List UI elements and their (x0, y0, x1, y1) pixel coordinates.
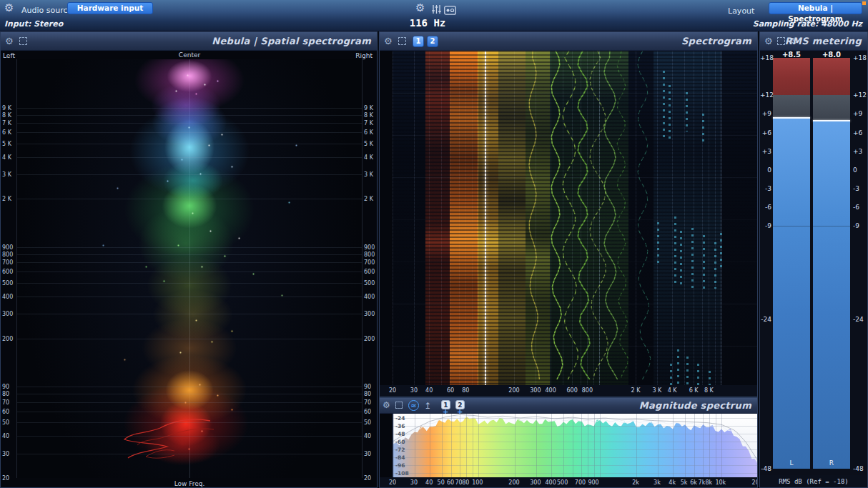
spatial-freq-tick-right: 90 (364, 384, 378, 390)
spatial-plot[interactable] (16, 59, 363, 478)
spectrogram-dash-streak (670, 364, 672, 385)
grid-line (721, 414, 722, 477)
spatial-expand-icon[interactable] (19, 37, 27, 45)
peak-hold-icon[interactable]: ↥ (424, 402, 431, 410)
rms-scale-tick-left: +12 (760, 91, 771, 99)
spatial-freq-tick-right: 4 K (364, 154, 378, 161)
spatial-freq-tick-right: 20 (364, 475, 378, 482)
magnitude-db-tick: -60 (395, 439, 405, 445)
spatial-freq-tick-left: 400 (2, 294, 16, 300)
rms-scale-tick-right: +12 (853, 91, 867, 99)
magnitude-db-tick: -84 (395, 454, 405, 461)
spectrogram-plot[interactable] (393, 51, 757, 385)
rms-level-bar (813, 121, 850, 469)
grid-line (658, 414, 659, 477)
rms-scale-tick-right: -3 (853, 185, 867, 192)
spatial-freq-tick-right: 900 (364, 244, 378, 251)
rms-expand-icon[interactable] (777, 37, 785, 45)
io-meter-icon[interactable] (444, 4, 456, 18)
spatial-freq-tick-left: 2 K (2, 196, 16, 202)
spectrogram-freq-tick: 800 (582, 387, 593, 394)
magnitude-freq-tick: 80 (462, 479, 469, 486)
grid-line (393, 434, 757, 434)
rms-meter-left (773, 58, 810, 469)
spatial-freq-tick-left: 3 K (2, 171, 16, 178)
sliders-icon[interactable] (431, 4, 442, 17)
rms-footer: RMS dB (Ref = -18) (760, 475, 867, 488)
spatial-freq-tick-right: 6 K (364, 129, 378, 136)
magnitude-freq-tick: 900 (588, 479, 598, 486)
layout-button[interactable]: Layout (728, 6, 754, 16)
grid-line (17, 174, 362, 175)
spatial-freq-tick-right: 30 (364, 451, 378, 457)
hardware-input-button[interactable]: Hardware input (67, 2, 153, 14)
axis-label-left: Left (3, 52, 15, 59)
magnitude-header: ⚙ ≈ ↥ 1 + 2 + Magnitude spectrum (380, 398, 757, 414)
spectrogram-dash-streak (697, 364, 699, 385)
grid-line (17, 262, 362, 263)
spectrogram-dash-streak (663, 71, 665, 139)
grid-line (17, 436, 362, 437)
spatial-freq-tick-left: 200 (2, 336, 16, 342)
spectrogram-freq-tick: 200 (508, 387, 519, 394)
spatial-freq-tick-right: 5 K (364, 141, 378, 147)
spectrogram-view-2-button[interactable]: 2 (427, 36, 438, 47)
spatial-panel: ⚙ Nebula | Spatial spectrogram Left Cent… (0, 31, 378, 488)
rms-level-bar (773, 119, 810, 469)
rms-headroom-zone (813, 95, 850, 120)
spatial-freq-tick-left: 5 K (2, 141, 16, 147)
spectrogram-expand-icon[interactable] (398, 37, 406, 45)
grid-line (17, 108, 362, 109)
spatial-freq-tick-right: 8 K (364, 112, 378, 119)
spatial-freq-tick-right: 3 K (364, 171, 378, 178)
spatial-freq-tick-left: 30 (2, 451, 16, 457)
grid-line (17, 387, 362, 387)
spectrogram-freq-tick: 400 (546, 387, 556, 394)
spatial-freq-tick-left: 20 (2, 475, 16, 482)
magnitude-expand-icon[interactable] (395, 402, 403, 409)
axis-label-low-freq: Low Freq. (174, 480, 205, 487)
spatial-freq-tick-right: 600 (364, 269, 378, 275)
spectrogram-header: ⚙ 1 2 Spectrogram (380, 32, 757, 51)
grid-line (430, 414, 430, 477)
spectrogram-dash-streak (657, 222, 659, 265)
magnitude-panel: ⚙ ≈ ↥ 1 + 2 + Magnitude spectrum (379, 397, 758, 488)
center-gear-icon[interactable]: ⚙ (415, 3, 425, 14)
spatial-freq-tick-left: 40 (2, 433, 16, 439)
rms-scale-tick-right: +18 (853, 54, 867, 61)
spectrogram-gear-icon[interactable]: ⚙ (384, 36, 393, 46)
magnitude-freq-tick: 40 (425, 479, 433, 486)
spatial-freq-tick-left: 7 K (2, 120, 16, 126)
avg-toggle-icon[interactable]: ≈ (408, 400, 419, 411)
spatial-freq-tick-right: 700 (364, 259, 378, 266)
spectrogram-freq-tick: 300 (530, 387, 541, 394)
grid-line (393, 414, 394, 477)
spatial-freq-tick-right: 400 (364, 294, 378, 300)
grid-line (17, 132, 362, 133)
magnitude-freq-tick: 5k (681, 479, 688, 486)
rms-gear-icon[interactable]: ⚙ (764, 36, 773, 46)
rms-title: RMS metering (785, 36, 862, 46)
spatial-freq-tick-left: 8 K (2, 112, 16, 119)
channel-label-left: L (773, 459, 810, 467)
preset-button[interactable]: Nebula | Spectrogram (769, 2, 862, 14)
magnitude-title: Magnitude spectrum (639, 400, 751, 411)
rms-scale-tick-right: -9 (853, 222, 867, 229)
spectrogram-dash-streak (686, 92, 688, 131)
settings-gear-icon[interactable]: ⚙ (4, 3, 14, 14)
spatial-gear-icon[interactable]: ⚙ (5, 36, 14, 46)
spatial-freq-tick-left: 70 (2, 399, 16, 406)
rms-scale-tick-left: -48 (760, 465, 771, 472)
notification-dot (862, 1, 866, 5)
magnitude-db-tick: -36 (395, 423, 405, 429)
rms-scale-tick-right: -24 (853, 316, 867, 323)
magnitude-gear-icon[interactable]: ⚙ (383, 401, 390, 409)
grid-line (393, 465, 757, 466)
magnitude-plot[interactable]: -24-36-48-60-72-84-96-108 (393, 414, 757, 477)
spatial-freq-tick-left: 50 (2, 419, 16, 426)
input-info: Input: Stereo (4, 19, 63, 29)
spectrogram-view-1-button[interactable]: 1 (413, 36, 424, 47)
grid-line (17, 123, 362, 124)
grid-line (393, 457, 757, 458)
grid-line (17, 283, 362, 284)
